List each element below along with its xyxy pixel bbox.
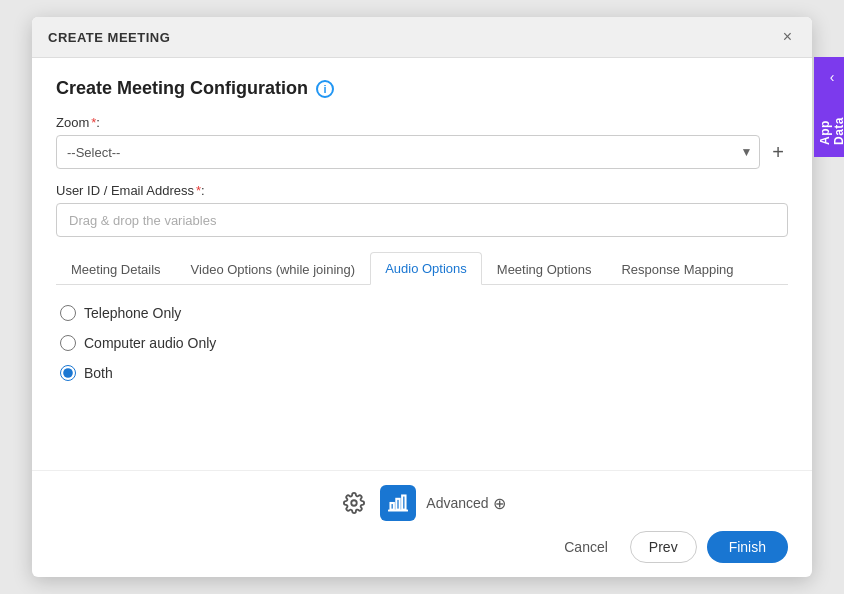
svg-rect-3 <box>403 496 406 510</box>
config-title-row: Create Meeting Configuration i <box>56 78 788 99</box>
prev-button[interactable]: Prev <box>630 531 697 563</box>
radio-telephone-only[interactable]: Telephone Only <box>60 305 784 321</box>
svg-point-0 <box>352 500 358 506</box>
modal-header: CREATE MEETING × <box>32 17 812 58</box>
radio-both-label: Both <box>84 365 113 381</box>
app-data-chevron-icon: ‹ <box>830 69 835 85</box>
cancel-button[interactable]: Cancel <box>552 532 620 562</box>
config-title-text: Create Meeting Configuration <box>56 78 308 99</box>
audio-options-radio-group: Telephone Only Computer audio Only Both <box>60 305 784 381</box>
gear-button[interactable] <box>338 487 370 519</box>
info-icon[interactable]: i <box>316 80 334 98</box>
radio-computer-label: Computer audio Only <box>84 335 216 351</box>
radio-computer-input[interactable] <box>60 335 76 351</box>
user-id-drag-input[interactable]: Drag & drop the variables <box>56 203 788 237</box>
zoom-add-button[interactable]: + <box>768 142 788 162</box>
user-id-field-group: User ID / Email Address*: Drag & drop th… <box>56 183 788 237</box>
chart-icon-button[interactable] <box>380 485 416 521</box>
gear-icon <box>343 492 365 514</box>
footer-advanced-row: Advanced ⊕ <box>56 485 788 521</box>
zoom-select[interactable]: --Select-- <box>56 135 760 169</box>
tab-meeting-details[interactable]: Meeting Details <box>56 252 176 285</box>
tab-response-mapping[interactable]: Response Mapping <box>606 252 748 285</box>
modal-overlay: ‹ App Data CREATE MEETING × Create Meeti… <box>0 0 844 594</box>
zoom-label: Zoom*: <box>56 115 788 130</box>
bar-chart-icon <box>388 493 408 513</box>
advanced-plus-icon: ⊕ <box>493 494 506 513</box>
modal-title: CREATE MEETING <box>48 30 170 45</box>
tab-audio-options[interactable]: Audio Options <box>370 252 482 285</box>
zoom-required: * <box>91 115 96 130</box>
tab-meeting-options[interactable]: Meeting Options <box>482 252 607 285</box>
radio-telephone-input[interactable] <box>60 305 76 321</box>
tab-content-audio-options: Telephone Only Computer audio Only Both <box>56 285 788 401</box>
finish-button[interactable]: Finish <box>707 531 788 563</box>
drag-drop-placeholder: Drag & drop the variables <box>69 213 216 228</box>
advanced-label-text: Advanced ⊕ <box>426 494 505 513</box>
user-id-label: User ID / Email Address*: <box>56 183 788 198</box>
modal-body: Create Meeting Configuration i Zoom*: --… <box>32 58 812 470</box>
zoom-select-wrapper: --Select-- ▼ + <box>56 135 788 169</box>
svg-rect-2 <box>397 499 400 510</box>
app-data-label: App Data <box>818 91 844 145</box>
radio-telephone-label: Telephone Only <box>84 305 181 321</box>
tabs-container: Meeting Details Video Options (while joi… <box>56 251 788 285</box>
zoom-field-group: Zoom*: --Select-- ▼ + <box>56 115 788 169</box>
modal-footer: Advanced ⊕ Cancel Prev Finish <box>32 470 812 577</box>
app-data-panel[interactable]: ‹ App Data <box>814 57 844 157</box>
footer-buttons-row: Cancel Prev Finish <box>56 531 788 563</box>
tab-video-options[interactable]: Video Options (while joining) <box>176 252 371 285</box>
user-id-required: * <box>196 183 201 198</box>
radio-both[interactable]: Both <box>60 365 784 381</box>
radio-both-input[interactable] <box>60 365 76 381</box>
zoom-select-container: --Select-- ▼ <box>56 135 760 169</box>
modal: ‹ App Data CREATE MEETING × Create Meeti… <box>32 17 812 577</box>
svg-rect-1 <box>391 503 394 510</box>
radio-computer-audio[interactable]: Computer audio Only <box>60 335 784 351</box>
close-button[interactable]: × <box>779 27 796 47</box>
